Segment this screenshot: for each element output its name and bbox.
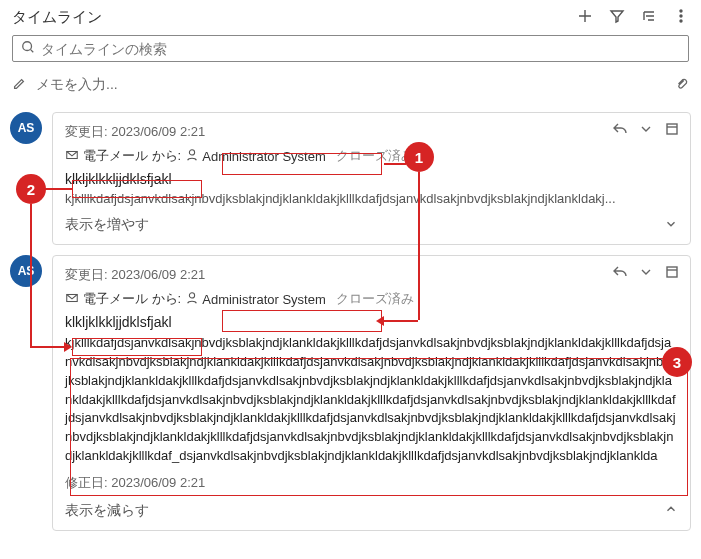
more-icon[interactable] <box>673 8 689 27</box>
from-label: 電子メール から: <box>83 147 181 165</box>
from-name[interactable]: Administrator System <box>202 149 326 164</box>
filter-icon[interactable] <box>609 8 625 27</box>
open-record-icon[interactable] <box>664 121 680 140</box>
svg-point-6 <box>190 149 195 154</box>
annotation-arrowhead <box>376 316 384 326</box>
person-icon <box>185 291 199 308</box>
svg-point-1 <box>680 15 682 17</box>
annotation-tag-3: 3 <box>662 347 692 377</box>
reply-icon[interactable] <box>612 264 628 283</box>
sort-icon[interactable] <box>641 8 657 27</box>
svg-point-9 <box>190 292 195 297</box>
mail-icon <box>65 148 79 165</box>
svg-point-0 <box>680 10 682 12</box>
search-input[interactable] <box>41 41 680 57</box>
annotation-line <box>384 320 418 322</box>
reply-icon[interactable] <box>612 121 628 140</box>
attachment-icon[interactable] <box>675 77 689 94</box>
person-icon <box>185 148 199 165</box>
annotation-tag-2: 2 <box>16 174 46 204</box>
from-label: 電子メール から: <box>83 290 181 308</box>
timeline-header: タイムライン <box>0 0 701 35</box>
annotation-line <box>384 163 406 165</box>
annotation-tag-1: 1 <box>404 142 434 172</box>
from-name[interactable]: Administrator System <box>202 292 326 307</box>
edit-icon <box>12 77 26 94</box>
search-box[interactable] <box>12 35 689 62</box>
open-record-icon[interactable] <box>664 264 680 283</box>
annotation-arrowhead <box>64 342 72 352</box>
avatar: AS <box>10 255 42 287</box>
note-placeholder: メモを入力... <box>36 76 118 94</box>
svg-point-2 <box>680 20 682 22</box>
annotation-line <box>30 346 64 348</box>
add-icon[interactable] <box>577 8 593 27</box>
chevron-down-icon[interactable] <box>664 217 678 234</box>
search-icon <box>21 40 35 57</box>
item-corrected-date: 修正日: 2023/06/09 2:21 <box>65 474 678 492</box>
page-title: タイムライン <box>12 8 577 27</box>
note-row[interactable]: メモを入力... <box>0 68 701 102</box>
svg-rect-4 <box>667 124 677 134</box>
show-less-link[interactable]: 表示を減らす <box>65 502 149 520</box>
annotation-line <box>418 172 420 320</box>
annotation-line <box>44 188 72 190</box>
timeline-item: AS 変更日: 2023/06/09 2:21 電子メール から: Admini… <box>10 255 691 531</box>
item-modified-date: 変更日: 2023/06/09 2:21 <box>65 123 678 141</box>
mail-body-full: kjklllkdafjdsjanvkdlsakjnbvdjksblakjndjk… <box>65 334 678 466</box>
item-modified-date: 変更日: 2023/06/09 2:21 <box>65 266 678 284</box>
svg-point-3 <box>23 42 32 51</box>
chevron-down-icon[interactable] <box>638 264 654 283</box>
mail-subject: klkljklkkljjdklsfjakl <box>65 314 678 330</box>
chevron-down-icon[interactable] <box>638 121 654 140</box>
svg-rect-7 <box>667 267 677 277</box>
show-more-link[interactable]: 表示を増やす <box>65 216 149 234</box>
chevron-up-icon[interactable] <box>664 502 678 519</box>
timeline-card-collapsed: 変更日: 2023/06/09 2:21 電子メール から: Administr… <box>52 112 691 245</box>
header-actions <box>577 8 689 27</box>
mail-icon <box>65 291 79 308</box>
timeline-item: AS 変更日: 2023/06/09 2:21 電子メール から: Admini… <box>10 112 691 245</box>
timeline-card-expanded: 変更日: 2023/06/09 2:21 電子メール から: Administr… <box>52 255 691 531</box>
mail-body-trunc: kjklllkdafjdsjanvkdlsakjnbvdjksblakjndjk… <box>65 191 678 206</box>
mail-subject: klkljklkkljjdklsfjakl <box>65 171 678 187</box>
status-text: クローズ済み <box>336 290 414 308</box>
avatar: AS <box>10 112 42 144</box>
annotation-line <box>30 204 32 346</box>
